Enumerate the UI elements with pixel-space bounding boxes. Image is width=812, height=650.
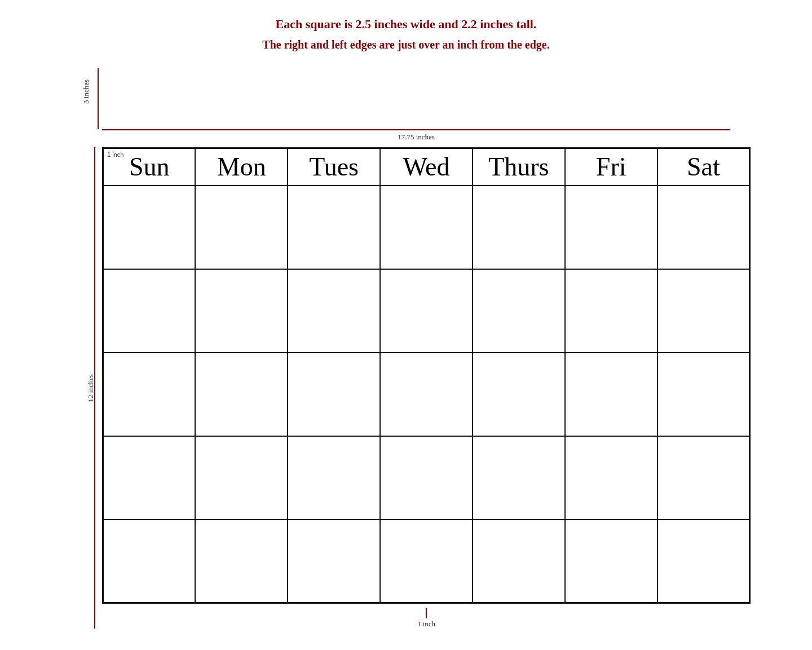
table-cell bbox=[657, 269, 750, 353]
table-cell bbox=[288, 520, 380, 603]
table-cell bbox=[657, 353, 750, 436]
table-cell bbox=[565, 520, 657, 603]
main-content-area: 17.75 inches 12 inches 1 inch Sun bbox=[102, 129, 730, 629]
bottom-measure: 1 inch bbox=[417, 608, 435, 629]
day-label-tues: Tues bbox=[309, 152, 359, 181]
table-row bbox=[103, 269, 750, 353]
table-cell bbox=[195, 269, 288, 353]
table-cell bbox=[657, 186, 750, 269]
table-cell bbox=[473, 436, 565, 520]
description-line1: Each square is 2.5 inches wide and 2.2 i… bbox=[262, 17, 549, 32]
calendar-header-row: 1 inch Sun Mon Tues Wed bbox=[103, 148, 750, 186]
table-cell bbox=[473, 269, 565, 353]
day-label-sun: Sun bbox=[129, 152, 170, 181]
three-inches-label: 3 inches bbox=[82, 80, 91, 104]
description-area: Each square is 2.5 inches wide and 2.2 i… bbox=[262, 11, 549, 51]
header-tues: Tues bbox=[288, 148, 380, 186]
day-label-sat: Sat bbox=[687, 152, 720, 181]
table-cell bbox=[565, 269, 657, 353]
table-cell bbox=[103, 520, 196, 603]
table-cell bbox=[195, 436, 288, 520]
header-wed: Wed bbox=[380, 148, 473, 186]
horizontal-label: 17.75 inches bbox=[398, 133, 435, 142]
header-thurs: Thurs bbox=[473, 148, 565, 186]
table-cell bbox=[195, 186, 288, 269]
calendar-outer: 12 inches 1 inch Sun Mon bbox=[102, 147, 751, 629]
table-cell bbox=[565, 436, 657, 520]
horizontal-measure: 17.75 inches bbox=[102, 129, 730, 142]
table-cell bbox=[565, 353, 657, 436]
bottom-inch-label: 1 inch bbox=[417, 620, 435, 629]
table-cell bbox=[103, 269, 196, 353]
header-sun: 1 inch Sun bbox=[103, 148, 196, 186]
table-cell bbox=[103, 186, 196, 269]
day-label-thurs: Thurs bbox=[488, 152, 549, 181]
table-cell bbox=[288, 186, 380, 269]
table-cell bbox=[288, 353, 380, 436]
table-cell bbox=[195, 520, 288, 603]
table-cell bbox=[473, 520, 565, 603]
table-cell bbox=[657, 436, 750, 520]
day-label-fri: Fri bbox=[596, 152, 626, 181]
table-cell bbox=[473, 353, 565, 436]
table-cell bbox=[103, 436, 196, 520]
table-row bbox=[103, 520, 750, 603]
description-line2: The right and left edges are just over a… bbox=[262, 38, 549, 51]
table-cell bbox=[380, 269, 473, 353]
table-row bbox=[103, 186, 750, 269]
table-cell bbox=[288, 436, 380, 520]
table-cell bbox=[657, 520, 750, 603]
header-sat: Sat bbox=[657, 148, 750, 186]
bottom-tick-line bbox=[426, 608, 427, 618]
table-cell bbox=[565, 186, 657, 269]
page-container: Each square is 2.5 inches wide and 2.2 i… bbox=[68, 11, 744, 629]
calendar-body bbox=[103, 186, 750, 603]
calendar-table: 1 inch Sun Mon Tues Wed bbox=[102, 147, 751, 604]
table-cell bbox=[380, 353, 473, 436]
twelve-inches-label: 12 inches bbox=[86, 374, 95, 402]
table-row bbox=[103, 353, 750, 436]
header-mon: Mon bbox=[195, 148, 288, 186]
table-cell bbox=[103, 353, 196, 436]
vertical-3inch-line bbox=[98, 68, 99, 129]
day-label-mon: Mon bbox=[217, 152, 266, 181]
table-cell bbox=[380, 186, 473, 269]
corner-inch-label: 1 inch bbox=[107, 151, 123, 158]
table-row bbox=[103, 436, 750, 520]
table-cell bbox=[195, 353, 288, 436]
diagram-area: 3 inches 17.75 inches 12 inches bbox=[82, 68, 730, 629]
table-cell bbox=[380, 520, 473, 603]
table-cell bbox=[288, 269, 380, 353]
table-cell bbox=[380, 436, 473, 520]
header-fri: Fri bbox=[565, 148, 657, 186]
table-cell bbox=[473, 186, 565, 269]
horizontal-line bbox=[102, 129, 730, 130]
day-label-wed: Wed bbox=[403, 152, 449, 181]
